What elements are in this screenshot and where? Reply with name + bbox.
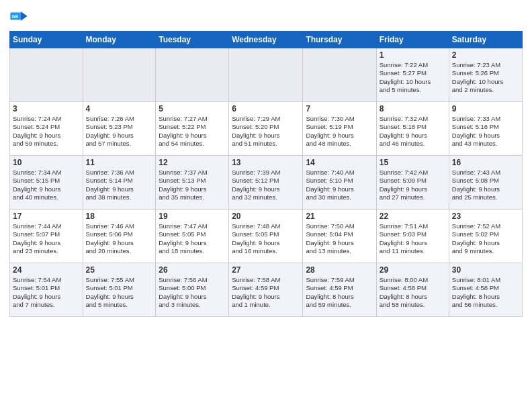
day-info-line: Sunset: 5:05 PM bbox=[159, 230, 226, 238]
day-info-line: Sunset: 5:15 PM bbox=[13, 177, 80, 185]
day-info-line: Daylight: 10 hours bbox=[452, 78, 519, 86]
day-info-line: Sunset: 5:03 PM bbox=[380, 230, 446, 238]
calendar-cell bbox=[229, 48, 303, 102]
day-info-line: Sunset: 5:04 PM bbox=[306, 230, 373, 238]
day-number: 25 bbox=[86, 265, 153, 275]
calendar-cell: 7Sunrise: 7:30 AMSunset: 5:19 PMDaylight… bbox=[303, 102, 376, 156]
calendar-cell: 8Sunrise: 7:32 AMSunset: 5:18 PMDaylight… bbox=[376, 102, 449, 156]
day-info-line: Sunset: 5:08 PM bbox=[452, 177, 519, 185]
calendar-cell bbox=[156, 48, 229, 102]
day-number: 30 bbox=[452, 265, 519, 275]
day-info-line: Sunset: 4:59 PM bbox=[232, 284, 300, 292]
day-number: 14 bbox=[306, 158, 373, 167]
day-number: 4 bbox=[86, 104, 153, 113]
day-info-line: Sunrise: 7:55 AM bbox=[86, 276, 153, 284]
calendar-cell: 27Sunrise: 7:58 AMSunset: 4:59 PMDayligh… bbox=[229, 263, 303, 317]
day-info-line: and 20 minutes. bbox=[86, 247, 153, 255]
day-info-line: and 18 minutes. bbox=[159, 247, 226, 255]
day-info-line: Daylight: 9 hours bbox=[380, 132, 446, 140]
day-info-line: and 13 minutes. bbox=[306, 247, 373, 255]
calendar-cell: 11Sunrise: 7:36 AMSunset: 5:14 PMDayligh… bbox=[83, 156, 156, 210]
day-info-line: and 32 minutes. bbox=[232, 193, 300, 201]
logo-icon: GB bbox=[9, 7, 28, 26]
weekday-header-sunday: Sunday bbox=[10, 32, 83, 48]
calendar-cell: 10Sunrise: 7:34 AMSunset: 5:15 PMDayligh… bbox=[10, 156, 83, 210]
day-info-line: and 16 minutes. bbox=[232, 247, 300, 255]
calendar-cell bbox=[303, 48, 376, 102]
day-info-line: Sunset: 5:14 PM bbox=[86, 177, 153, 185]
calendar-cell: 16Sunrise: 7:43 AMSunset: 5:08 PMDayligh… bbox=[449, 156, 522, 210]
day-info-line: and 2 minutes. bbox=[452, 86, 519, 94]
day-info-line: Sunrise: 7:44 AM bbox=[13, 222, 80, 230]
day-info-line: Sunset: 5:07 PM bbox=[13, 230, 80, 238]
day-number: 23 bbox=[452, 212, 519, 221]
day-info-line: Sunset: 5:01 PM bbox=[86, 284, 153, 292]
day-info-line: Sunrise: 7:43 AM bbox=[452, 169, 519, 177]
day-info-line: Sunrise: 7:52 AM bbox=[452, 222, 519, 230]
day-number: 21 bbox=[306, 212, 373, 221]
day-number: 8 bbox=[380, 104, 446, 113]
day-number: 9 bbox=[452, 104, 519, 113]
day-info-line: and 5 minutes. bbox=[380, 86, 446, 94]
calendar-header-row: SundayMondayTuesdayWednesdayThursdayFrid… bbox=[10, 32, 523, 48]
calendar-week-row: 10Sunrise: 7:34 AMSunset: 5:15 PMDayligh… bbox=[10, 156, 523, 210]
day-info-line: Sunrise: 7:34 AM bbox=[13, 169, 80, 177]
day-info-line: Sunset: 4:58 PM bbox=[380, 284, 446, 292]
day-number: 7 bbox=[306, 104, 373, 113]
svg-text:GB: GB bbox=[12, 14, 19, 19]
day-info-line: and 40 minutes. bbox=[13, 193, 80, 201]
day-info-line: Daylight: 9 hours bbox=[13, 132, 80, 140]
day-info-line: Sunset: 5:01 PM bbox=[13, 284, 80, 292]
day-info-line: Sunrise: 7:33 AM bbox=[452, 115, 519, 123]
calendar-cell: 23Sunrise: 7:52 AMSunset: 5:02 PMDayligh… bbox=[449, 210, 522, 263]
day-info-line: and 9 minutes. bbox=[452, 247, 519, 255]
day-info-line: Sunrise: 7:32 AM bbox=[380, 115, 446, 123]
day-info-line: Sunrise: 7:56 AM bbox=[159, 276, 226, 284]
day-info-line: Sunset: 4:58 PM bbox=[452, 284, 519, 292]
day-number: 24 bbox=[13, 265, 80, 275]
calendar-cell: 5Sunrise: 7:27 AMSunset: 5:22 PMDaylight… bbox=[156, 102, 229, 156]
day-number: 6 bbox=[232, 104, 300, 113]
day-info-line: Sunset: 5:06 PM bbox=[86, 230, 153, 238]
day-info-line: Daylight: 9 hours bbox=[159, 293, 226, 301]
svg-marker-1 bbox=[21, 11, 28, 21]
day-number: 12 bbox=[159, 158, 226, 167]
day-info-line: Sunrise: 7:29 AM bbox=[232, 115, 300, 123]
calendar-cell: 28Sunrise: 7:59 AMSunset: 4:59 PMDayligh… bbox=[303, 263, 376, 317]
calendar-week-row: 17Sunrise: 7:44 AMSunset: 5:07 PMDayligh… bbox=[10, 210, 523, 263]
day-info-line: Sunrise: 7:39 AM bbox=[232, 169, 300, 177]
day-number: 16 bbox=[452, 158, 519, 167]
calendar-cell: 12Sunrise: 7:37 AMSunset: 5:13 PMDayligh… bbox=[156, 156, 229, 210]
day-info-line: Daylight: 9 hours bbox=[159, 239, 226, 247]
day-info-line: Sunrise: 7:23 AM bbox=[452, 61, 519, 69]
day-info-line: Sunrise: 8:01 AM bbox=[452, 276, 519, 284]
day-number: 22 bbox=[380, 212, 446, 221]
day-info-line: Sunrise: 7:24 AM bbox=[13, 115, 80, 123]
day-info-line: Daylight: 10 hours bbox=[380, 78, 446, 86]
day-info-line: Daylight: 9 hours bbox=[452, 239, 519, 247]
calendar-table: SundayMondayTuesdayWednesdayThursdayFrid… bbox=[9, 31, 523, 317]
day-info-line: Sunrise: 8:00 AM bbox=[380, 276, 446, 284]
day-info-line: Daylight: 9 hours bbox=[86, 239, 153, 247]
day-info-line: and 56 minutes. bbox=[452, 301, 519, 309]
weekday-header-friday: Friday bbox=[376, 32, 449, 48]
day-info-line: and 57 minutes. bbox=[86, 140, 153, 148]
calendar-cell: 1Sunrise: 7:22 AMSunset: 5:27 PMDaylight… bbox=[376, 48, 449, 102]
day-info-line: Sunset: 5:19 PM bbox=[306, 123, 373, 131]
day-info-line: Daylight: 8 hours bbox=[380, 293, 446, 301]
calendar-cell bbox=[10, 48, 83, 102]
page-header: GB bbox=[9, 7, 523, 26]
day-info-line: and 59 minutes. bbox=[13, 140, 80, 148]
page-container: GB SundayMondayTuesdayWednesdayThursdayF… bbox=[0, 0, 532, 324]
day-info-line: Sunset: 4:59 PM bbox=[306, 284, 373, 292]
day-info-line: Sunset: 5:27 PM bbox=[380, 69, 446, 77]
day-info-line: Sunrise: 7:54 AM bbox=[13, 276, 80, 284]
day-info-line: and 30 minutes. bbox=[306, 193, 373, 201]
calendar-cell bbox=[83, 48, 156, 102]
day-info-line: and 3 minutes. bbox=[159, 301, 226, 309]
logo: GB bbox=[9, 7, 31, 26]
calendar-cell: 30Sunrise: 8:01 AMSunset: 4:58 PMDayligh… bbox=[449, 263, 522, 317]
day-info-line: Sunset: 5:24 PM bbox=[13, 123, 80, 131]
day-info-line: Sunrise: 7:37 AM bbox=[159, 169, 226, 177]
day-number: 28 bbox=[306, 265, 373, 275]
